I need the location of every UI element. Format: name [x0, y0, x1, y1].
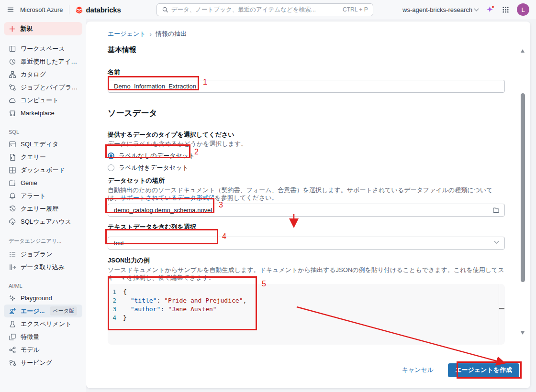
- sidebar-item-label: アラート: [21, 192, 46, 200]
- warehouse-icon: [9, 218, 16, 226]
- breadcrumb: エージェント › 情報の抽出: [108, 30, 505, 38]
- sidebar-item-job-runs[interactable]: ジョブラン: [4, 248, 82, 261]
- external-link-icon[interactable]: [209, 195, 214, 200]
- sidebar-item-sql-editor[interactable]: SQLエディタ: [4, 138, 82, 151]
- scrollbar-down-icon[interactable]: [521, 331, 525, 335]
- playground-icon: [9, 294, 16, 302]
- sidebar-item-sql-warehouses[interactable]: SQLウェアハウス: [4, 215, 82, 228]
- footer-divider: [86, 354, 530, 354]
- supported-formats-link[interactable]: サポートされているデータ形式: [120, 194, 209, 201]
- main-panel: エージェント › 情報の抽出 基本情報 名前 ソースデータ 提供するデータのタイ…: [86, 22, 530, 388]
- top-bar: Microsoft Azure databricks CTRL + P ws-a…: [0, 0, 536, 19]
- sidebar-item-workspace[interactable]: ワークスペース: [4, 42, 82, 55]
- ingest-icon: [9, 263, 16, 271]
- sidebar-item-label: 特徴量: [21, 333, 39, 341]
- code-token: }: [123, 314, 127, 322]
- radio-unlabeled-label: ラベルなしのデータセット: [119, 152, 195, 160]
- sidebar-item-label: エクスペリメント: [21, 320, 71, 328]
- sidebar: 新規 ワークスペース 最近使用したアイテ... カタログ ジョブとパイプライ..…: [0, 19, 86, 392]
- search-shortcut: CTRL + P: [343, 6, 368, 13]
- new-button[interactable]: 新規: [4, 22, 82, 35]
- sidebar-section-sql: SQL: [4, 129, 82, 135]
- code-token: :: [160, 305, 168, 313]
- footer-actions: キャンセル エージェントを作成: [402, 363, 519, 377]
- radio-unselected-icon[interactable]: [108, 164, 114, 171]
- workspace-switcher[interactable]: ws-agent-bricks-research: [402, 6, 478, 13]
- sidebar-item-features[interactable]: 特徴量: [4, 330, 82, 343]
- sidebar-item-label: クエリー: [21, 153, 46, 162]
- json-example-help: ソースドキュメントからサンプルを自動生成します。ドキュメントから抽出するJSON…: [108, 266, 505, 282]
- create-agent-button[interactable]: エージェントを作成: [448, 363, 519, 377]
- chevron-down-icon: [474, 7, 479, 11]
- sidebar-item-catalog[interactable]: カタログ: [4, 68, 82, 81]
- code-token: ,: [243, 297, 246, 304]
- sidebar-item-recents[interactable]: 最近使用したアイテ...: [4, 55, 82, 68]
- alert-bell-icon: [9, 192, 16, 200]
- sidebar-item-jobs-pipelines[interactable]: ジョブとパイプライ...: [4, 81, 82, 94]
- databricks-logo[interactable]: databricks: [75, 6, 121, 14]
- query-icon: [9, 153, 16, 161]
- sidebar-item-genie[interactable]: Genie: [4, 176, 82, 189]
- sidebar-item-label: エージ...: [21, 307, 45, 316]
- sidebar-item-label: ジョブラン: [21, 250, 53, 259]
- radio-unlabeled-dataset[interactable]: ラベルなしのデータセット: [108, 151, 505, 161]
- sidebar-item-label: ダッシュボード: [21, 166, 65, 174]
- app-grid-icon[interactable]: [502, 6, 509, 13]
- sidebar-item-models[interactable]: モデル: [4, 343, 82, 356]
- sidebar-item-label: 最近使用したアイテ...: [21, 57, 79, 66]
- brand-name: databricks: [86, 6, 121, 14]
- global-search[interactable]: CTRL + P: [156, 3, 373, 16]
- json-example-label: JSON出力の例: [108, 256, 505, 265]
- sidebar-item-alerts[interactable]: アラート: [4, 189, 82, 202]
- topbar-divider: [69, 5, 69, 14]
- editor-scrollbar[interactable]: [499, 284, 505, 345]
- code-line: 3 "author": "Jane Austen": [108, 305, 505, 314]
- assistant-sparkle-icon[interactable]: [486, 5, 494, 14]
- sidebar-item-label: データ取り込み: [21, 263, 65, 272]
- breadcrumb-current: 情報の抽出: [156, 30, 187, 38]
- scrollbar-up-icon[interactable]: [521, 49, 525, 53]
- sidebar-item-compute[interactable]: コンピュート: [4, 94, 82, 107]
- sidebar-item-playground[interactable]: Playground: [4, 292, 82, 305]
- compute-cloud-icon: [9, 97, 16, 104]
- code-line: 2 "title": "Pride and Prejudice",: [108, 296, 505, 305]
- dataset-location-input[interactable]: [108, 204, 505, 217]
- sidebar-item-serving[interactable]: サービング: [4, 356, 82, 369]
- code-token: {: [123, 288, 127, 296]
- scrollbar-thumb[interactable]: [521, 93, 525, 282]
- code-token: :: [156, 297, 164, 304]
- breadcrumb-agents-link[interactable]: エージェント: [108, 30, 146, 38]
- radio-labeled-label: ラベル付きデータセット: [119, 163, 189, 172]
- sidebar-item-queries[interactable]: クエリー: [4, 151, 82, 163]
- sidebar-section-data-eng: データエンジニアリ...: [4, 238, 82, 245]
- text-column-value[interactable]: [108, 237, 505, 250]
- avatar[interactable]: L: [517, 3, 529, 16]
- radio-selected-icon[interactable]: [108, 152, 114, 159]
- cancel-button[interactable]: キャンセル: [402, 366, 434, 374]
- sidebar-item-label: SQLエディタ: [21, 140, 58, 149]
- code-line: 4}: [108, 314, 505, 322]
- code-token: "Pride and Prejudice": [164, 297, 243, 304]
- json-code-editor[interactable]: 1{ 2 "title": "Pride and Prejudice", 3 "…: [108, 284, 505, 345]
- sql-editor-icon: [9, 141, 16, 148]
- sidebar-item-dashboards[interactable]: ダッシュボード: [4, 163, 82, 176]
- sidebar-item-query-history[interactable]: クエリー履歴: [4, 202, 82, 215]
- code-token: "Jane Austen": [168, 305, 217, 313]
- text-column-select[interactable]: [108, 237, 505, 250]
- sidebar-item-label: サービング: [21, 359, 52, 367]
- sidebar-section-ai-ml: AI/ML: [4, 283, 82, 289]
- sidebar-item-agents[interactable]: エージ... ベータ版: [4, 305, 82, 317]
- folder-icon[interactable]: [492, 207, 500, 214]
- radio-labeled-dataset[interactable]: ラベル付きデータセット: [108, 163, 505, 173]
- sidebar-item-label: ジョブとパイプライ...: [21, 83, 79, 92]
- menu-icon[interactable]: [7, 6, 14, 13]
- sidebar-item-marketplace[interactable]: Marketplace: [4, 107, 82, 120]
- editor-scrollbar-thumb[interactable]: [499, 308, 504, 309]
- name-input[interactable]: [108, 80, 505, 93]
- search-input[interactable]: [171, 6, 340, 13]
- sidebar-item-label: Genie: [21, 179, 37, 186]
- sidebar-item-data-ingestion[interactable]: データ取り込み: [4, 261, 82, 273]
- line-number: 3: [108, 305, 123, 314]
- sidebar-item-experiments[interactable]: エクスペリメント: [4, 317, 82, 330]
- breadcrumb-separator: ›: [150, 31, 152, 38]
